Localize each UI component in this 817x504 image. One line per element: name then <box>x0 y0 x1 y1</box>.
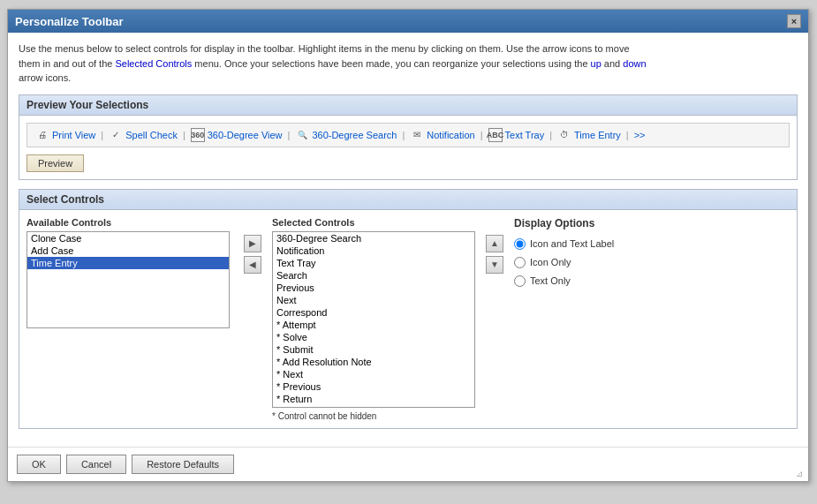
selected-controls-label: Selected Controls <box>272 217 475 228</box>
radio-icon-and-text[interactable]: Icon and Text Label <box>514 238 614 250</box>
dialog-title: Personalize Toolbar <box>15 15 124 28</box>
selected-item[interactable]: * Submit <box>273 343 474 356</box>
360-search-icon: 🔍 <box>295 128 309 142</box>
radio-icon-only[interactable]: Icon Only <box>514 257 614 268</box>
preview-section: Preview Your Selections 🖨 Print View | ✓… <box>19 94 798 180</box>
radio-icon-and-text-label: Icon and Text Label <box>530 238 614 249</box>
selected-item[interactable]: * Add Resolution Note <box>273 356 474 368</box>
selected-item[interactable]: Previous <box>273 282 474 294</box>
control-note: * Control cannot be hidden <box>272 411 475 421</box>
toolbar-more[interactable]: >> <box>632 129 648 141</box>
toolbar-360-view[interactable]: 360 360-Degree View <box>188 127 285 143</box>
time-entry-icon: ⏱ <box>557 128 571 142</box>
selected-item[interactable]: * Next <box>273 368 474 380</box>
available-controls-container: Clone CaseAdd CaseTime Entry <box>26 231 233 328</box>
selected-item[interactable]: Search <box>273 269 474 282</box>
transfer-arrows: ▶ ◀ <box>244 235 261 274</box>
available-controls-column: Available Controls Clone CaseAdd CaseTim… <box>26 217 233 328</box>
selected-item[interactable]: 360-Degree Search <box>273 232 474 244</box>
footer-buttons: OK Cancel Restore Defaults <box>8 447 808 481</box>
print-view-icon: 🖨 <box>35 128 49 142</box>
notification-icon: ✉ <box>410 128 424 142</box>
selected-item[interactable]: Notification <box>273 244 474 257</box>
toolbar-print-view[interactable]: 🖨 Print View <box>33 127 98 143</box>
spell-check-icon: ✓ <box>109 128 123 142</box>
available-item[interactable]: Time Entry <box>27 257 229 269</box>
cancel-button[interactable]: Cancel <box>66 455 126 474</box>
personalize-toolbar-dialog: Personalize Toolbar × Use the menus belo… <box>7 9 809 482</box>
toolbar-spell-check[interactable]: ✓ Spell Check <box>106 127 180 143</box>
preview-section-content: 🖨 Print View | ✓ Spell Check | 360 360-D… <box>19 116 797 179</box>
reorder-arrows: ▲ ▼ <box>486 235 503 274</box>
radio-icon-only-label: Icon Only <box>530 257 571 267</box>
display-options-list: Icon and Text Label Icon Only Text Only <box>514 238 614 290</box>
preview-button[interactable]: Preview <box>26 154 84 172</box>
display-options-label: Display Options <box>514 217 614 229</box>
display-options-column: Display Options Icon and Text Label Icon… <box>514 217 614 290</box>
selected-item[interactable]: * Previous <box>273 380 474 393</box>
radio-text-only-label: Text Only <box>530 275 571 286</box>
selected-item[interactable]: Next <box>273 294 474 306</box>
selected-item[interactable]: * Attempt <box>273 319 474 331</box>
toolbar-text-tray[interactable]: ABC Text Tray <box>486 127 548 143</box>
resize-handle[interactable]: ⊿ <box>796 469 806 479</box>
select-controls-header: Select Controls <box>19 190 797 210</box>
available-controls-label: Available Controls <box>26 217 233 228</box>
360-view-icon: 360 <box>191 128 205 142</box>
radio-icon-only-input[interactable] <box>514 257 526 268</box>
available-item[interactable]: Clone Case <box>27 232 229 244</box>
toolbar-time-entry[interactable]: ⏱ Time Entry <box>555 127 624 143</box>
dialog-title-bar: Personalize Toolbar × <box>8 10 808 33</box>
select-controls-section: Select Controls Available Controls Clone… <box>19 189 798 429</box>
selected-controls-column: Selected Controls 360-Degree SearchNotif… <box>272 217 475 421</box>
selected-item[interactable]: Correspond <box>273 306 474 319</box>
available-controls-listbox[interactable]: Clone CaseAdd CaseTime Entry <box>26 231 230 328</box>
move-left-button[interactable]: ◀ <box>244 256 261 274</box>
move-right-button[interactable]: ▶ <box>244 235 261 252</box>
move-down-button[interactable]: ▼ <box>486 256 503 274</box>
selected-item[interactable]: * Return <box>273 393 474 405</box>
radio-text-only-input[interactable] <box>514 275 526 287</box>
move-up-button[interactable]: ▲ <box>486 235 503 252</box>
selected-controls-container: 360-Degree SearchNotificationText TraySe… <box>272 231 475 408</box>
description-text: Use the menus below to select controls f… <box>19 41 798 86</box>
preview-section-header: Preview Your Selections <box>19 95 797 116</box>
selected-controls-listbox[interactable]: 360-Degree SearchNotificationText TraySe… <box>272 231 475 408</box>
close-button[interactable]: × <box>787 14 801 28</box>
preview-toolbar: 🖨 Print View | ✓ Spell Check | 360 360-D… <box>26 123 790 147</box>
radio-text-only[interactable]: Text Only <box>514 275 614 287</box>
selected-item[interactable]: * Solve <box>273 331 474 343</box>
ok-button[interactable]: OK <box>17 455 61 474</box>
toolbar-notification[interactable]: ✉ Notification <box>407 127 477 143</box>
restore-defaults-button[interactable]: Restore Defaults <box>132 455 234 474</box>
selected-item[interactable]: Text Tray <box>273 257 474 269</box>
text-tray-icon: ABC <box>488 128 503 142</box>
select-controls-content: Available Controls Clone CaseAdd CaseTim… <box>19 210 797 428</box>
dialog-body: Use the menus below to select controls f… <box>8 33 808 447</box>
radio-icon-and-text-input[interactable] <box>514 238 526 250</box>
available-item[interactable]: Add Case <box>27 244 229 257</box>
toolbar-360-search[interactable]: 🔍 360-Degree Search <box>292 127 399 143</box>
